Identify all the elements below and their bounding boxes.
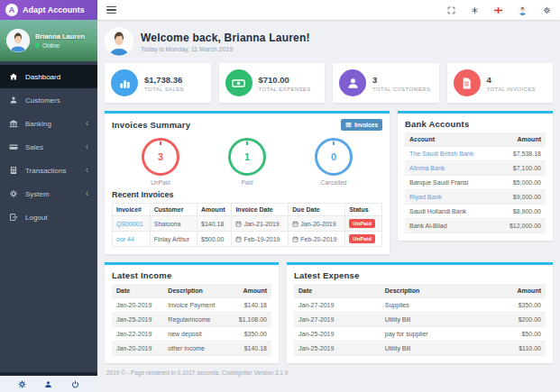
description-cell: pay for supplier <box>381 327 482 342</box>
sidebar-item-customers[interactable]: Customers <box>0 88 97 112</box>
description-cell: Utility Bill <box>381 313 482 327</box>
table-icon <box>345 122 352 128</box>
money-icon <box>225 69 252 96</box>
stat-value: $710.00 <box>259 75 311 85</box>
app-title: Adapt Accounts <box>23 5 85 14</box>
dial-label: Cancelled <box>315 179 353 186</box>
user-name: Brianna Lauren <box>35 32 85 41</box>
calculator-icon <box>9 166 18 175</box>
latest-expense-panel: Latest Expense Date Description Amount J… <box>287 262 553 363</box>
invoice-icon <box>454 69 481 96</box>
app-logo-icon: A <box>5 4 18 16</box>
col-header: Date <box>294 284 381 298</box>
invoices-button[interactable]: Invoices <box>341 119 382 131</box>
user-icon <box>339 69 366 96</box>
menu-toggle-icon[interactable] <box>106 6 116 14</box>
table-row: Jan-27-2019Supplies$350.00 <box>294 298 546 313</box>
table-row: Jan-20-2019other income$140.18 <box>112 342 271 356</box>
amount-cell: $50.00 <box>482 327 546 342</box>
invoice-link[interactable]: QS00001 <box>116 221 143 227</box>
table-row: Bank Al-Bilad$12,000.00 <box>405 219 546 233</box>
calendar-icon <box>235 221 242 227</box>
bank-name-cell: Banque Saudi Fransi <box>405 176 495 190</box>
table-row: Jan-20-2019Invoice Payment$140.18 <box>112 298 271 313</box>
invoice-link[interactable]: oor 44 <box>116 236 134 242</box>
gear-icon[interactable] <box>543 6 551 14</box>
amount-cell: $140.18 <box>228 298 271 313</box>
sidebar-item-sales[interactable]: Sales ‹ <box>0 135 97 159</box>
chevron-left-icon: ‹ <box>86 119 88 128</box>
amount-cell: $1,108.00 <box>228 313 271 327</box>
table-row: Jan-27-2019Utility Bill$200.00 <box>294 313 546 327</box>
dial-label: UnPaid <box>142 179 179 186</box>
status-badge: UnPaid <box>349 234 375 243</box>
latest-income-panel: Latest Income Date Description Amount Ja… <box>105 262 279 363</box>
sidebar-item-transactions[interactable]: Transactions ‹ <box>0 159 97 182</box>
sidebar-item-banking[interactable]: Banking ‹ <box>0 112 97 135</box>
table-row: Jan-22-2019new deposit$350.00 <box>112 327 271 342</box>
gear-icon <box>9 189 18 198</box>
sidebar-item-label: Banking <box>25 120 51 128</box>
sidebar-item-system[interactable]: System ‹ <box>0 182 97 205</box>
col-header: Status <box>345 204 382 216</box>
asterisk-icon[interactable] <box>471 6 479 14</box>
bank-link[interactable]: Alinma Bank <box>409 165 445 171</box>
topbar <box>97 0 560 20</box>
date-cell: Jan-27-2019 <box>294 298 381 313</box>
bank-link[interactable]: Riyad Bank <box>409 194 442 200</box>
table-row: QS00001 Shaloona $140.18 Jan-21-2019 Jan… <box>113 216 382 232</box>
today-date: Today is Monday, 11 March 2019 <box>141 46 310 52</box>
dial-value: 1 <box>244 151 250 162</box>
col-header: Amount <box>228 284 271 298</box>
dial-value: 3 <box>158 151 163 162</box>
bank-accounts-panel: Bank Accounts Account Amount The Saudi B… <box>398 111 553 241</box>
user-icon <box>9 96 18 105</box>
dial-value: 0 <box>331 151 336 162</box>
status-badge: UnPaid <box>349 219 375 228</box>
amount-cell: $8,900.00 <box>495 205 546 219</box>
logout-icon <box>9 213 18 222</box>
col-header: Description <box>381 284 482 298</box>
sidebar-item-dashboard[interactable]: Dashboard <box>0 65 97 88</box>
latest-expense-title: Latest Expense <box>294 270 360 280</box>
online-status-dot <box>35 43 40 48</box>
avatar-icon[interactable] <box>518 5 528 15</box>
power-icon[interactable] <box>71 380 79 388</box>
calendar-icon <box>235 236 242 242</box>
amount-cell: $350.00 <box>482 298 546 313</box>
chevron-left-icon: ‹ <box>86 166 88 175</box>
amount-cell: $200.00 <box>482 313 546 327</box>
customer-cell: Shaloona <box>150 216 197 232</box>
bank-link[interactable]: The Saudi British Bank <box>409 150 473 157</box>
gear-icon[interactable] <box>18 380 26 388</box>
credit-card-icon <box>9 142 18 151</box>
main-area: Welcome back, Brianna Lauren! Today is M… <box>97 0 560 392</box>
sidebar-footer <box>0 372 97 392</box>
chevron-left-icon: ‹ <box>86 189 88 198</box>
dial-cancelled: 0 Cancelled <box>315 138 353 186</box>
description-cell: Invoice Payment <box>163 298 228 313</box>
due-date-cell: Feb-20-2019 <box>289 232 345 247</box>
user-avatar <box>6 29 30 52</box>
invoice-status-dials: 3 UnPaid 1 Paid 0 Cancelled <box>105 134 390 187</box>
amount-cell: $110.00 <box>482 342 546 356</box>
table-row: Alinma Bank$7,100.00 <box>405 161 546 176</box>
invoices-summary-title: Invoices Summary <box>112 120 190 130</box>
fullscreen-icon[interactable] <box>447 6 455 14</box>
user-icon[interactable] <box>44 380 52 388</box>
table-row: oor 44 Finlay Arthur $500.00 Feb-19-2019… <box>113 232 382 247</box>
bar-chart-icon <box>111 69 138 96</box>
col-header: Invoice Date <box>232 204 289 216</box>
col-header: Amount <box>482 284 546 298</box>
table-row: Riyad Bank$9,000.00 <box>405 190 546 205</box>
flag-icon[interactable] <box>494 6 502 14</box>
col-header: Invoice# <box>113 204 151 216</box>
chevron-left-icon: ‹ <box>86 142 88 151</box>
stat-value: 4 <box>487 75 537 85</box>
sidebar-item-label: Sales <box>25 143 43 151</box>
sidebar-item-logout[interactable]: Logout <box>0 205 97 229</box>
col-header: Amount <box>495 132 546 147</box>
latest-income-title: Latest Income <box>112 270 171 280</box>
recent-invoices-title: Recent Invoices <box>105 187 390 203</box>
table-row: Saudi Hollandi Bank$8,900.00 <box>405 205 546 219</box>
